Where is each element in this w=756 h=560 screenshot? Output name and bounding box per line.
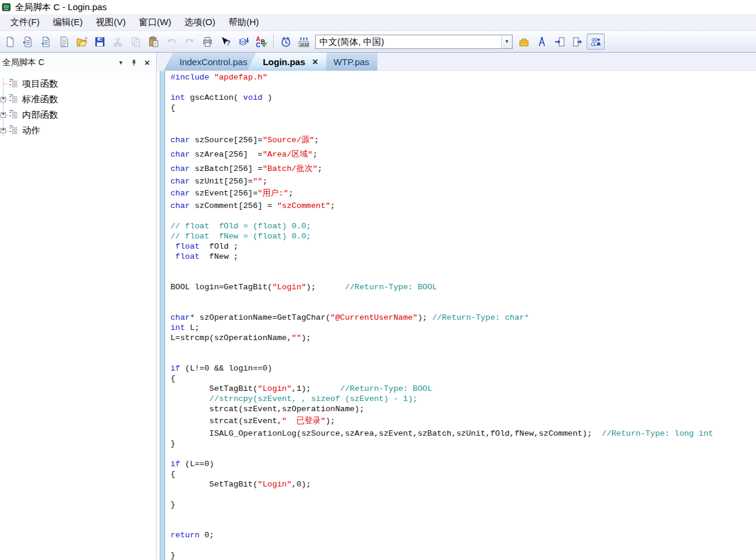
code-line-30: SetTagBit("Login",1); //Return-Type: BOO… [170,384,756,394]
code-line-18 [170,262,756,272]
close-icon[interactable]: × [312,59,318,66]
toolbox-icon [518,36,530,48]
tab-indexcontrol-pas[interactable]: IndexControl.pas [164,53,255,71]
code-line-12: char szComment[256] = "szComment"; [170,201,756,211]
window-title: 全局脚本 C - Login.pas [15,2,106,13]
document-tabs: IndexControl.pasLogin.pas×WTP.pas [157,53,756,71]
new-file-icon [4,36,16,48]
code-line-15: // float fNew = (float) 0.0; [170,231,756,241]
code-line-1: #include "apdefap.h" [170,72,756,82]
menu-item-0[interactable]: 文件(F) [4,15,46,30]
context-help-icon: ? [220,36,231,48]
panel-title: 全局脚本 C [2,57,113,68]
menu-item-3[interactable]: 窗口(W) [132,15,178,30]
new-action-button[interactable] [19,33,37,50]
code-line-42 [170,510,756,520]
code-line-41: } [170,500,756,510]
compile-all-icon [237,36,249,48]
toolbar-separator [273,35,274,49]
paste-button[interactable] [145,33,163,50]
trigger-clock-button[interactable] [277,33,295,50]
code-line-34: ISALG_OperationLog(szSource,szArea,szEve… [170,429,756,439]
paste-icon [148,36,160,48]
copy-button[interactable] [127,33,145,50]
syntax-check-button[interactable]: ACB [252,33,270,50]
tree-item-label: 项目函数 [22,78,58,90]
document-button[interactable] [55,33,73,50]
chevron-down-icon[interactable]: ▼ [501,35,512,48]
title-bar: 全局脚本 C - Login.pas [0,0,756,14]
tree-item-0[interactable]: +项目函数 [0,76,156,91]
menu-bar: 文件(F)编辑(E)视图(V)窗口(W)选项(O)帮助(H) [0,14,756,31]
code-line-27 [170,353,756,363]
toolbox-button[interactable] [515,33,533,50]
menu-item-1[interactable]: 编辑(E) [46,15,89,30]
menu-item-4[interactable]: 选项(O) [178,15,222,30]
cut-icon [112,36,124,48]
code-editor[interactable]: #include "apdefap.h" int gscAction( void… [165,71,756,560]
syntax-check-icon: ACB [255,36,267,48]
open-action-icon [40,36,52,48]
script-icon [8,79,19,88]
compass-button[interactable] [533,33,551,50]
code-line-2 [170,82,756,93]
expand-icon[interactable]: + [1,112,6,118]
tags-button[interactable]: 1010 [295,33,313,50]
export-icon [572,36,584,48]
expand-icon[interactable]: + [1,97,6,102]
script-icon [8,110,19,120]
language-select[interactable]: 中文(简体, 中国) ▼ [315,35,513,49]
undo-button[interactable] [163,33,181,50]
code-line-31: //strncpy(szEvent, , sizeof (szEvent) - … [170,394,756,404]
code-line-5 [170,113,756,123]
tree-item-label: 内部函数 [22,109,58,121]
expand-icon[interactable]: + [1,128,6,133]
code-line-37: if (L==0) [170,459,756,469]
tree-item-label: 动作 [22,125,40,136]
compass-icon [536,36,548,48]
code-line-3: int gscAction( void ) [170,93,756,103]
open-folder-button[interactable] [73,33,91,50]
code-line-9: char szBatch[256] ="Batch/批次"; [170,162,756,176]
script-icon [8,94,19,104]
open-action-button[interactable] [37,33,55,50]
users-button[interactable] [587,33,605,50]
context-help-button[interactable]: ? [217,33,234,50]
tab-wtp-pas[interactable]: WTP.pas [318,53,378,71]
redo-button[interactable] [181,33,199,50]
code-line-11: char szEvent[256]="用户:"; [170,186,756,201]
tags-icon: 1010 [298,36,310,48]
menu-item-2[interactable]: 视图(V) [89,15,132,30]
tree-item-2[interactable]: +内部函数 [0,107,156,123]
undo-icon [166,36,178,48]
panel-menu-button[interactable]: ▼ [115,58,126,68]
code-line-26 [170,343,756,353]
menu-item-5[interactable]: 帮助(H) [222,15,266,30]
new-action-icon [22,36,34,48]
editor-gutter [157,71,165,560]
tree-guide [4,84,8,84]
save-button[interactable] [91,33,109,50]
compile-all-button[interactable] [234,33,252,50]
code-line-6 [170,123,756,133]
redo-icon [184,36,196,48]
code-line-22 [170,302,756,313]
tree-item-1[interactable]: +标准函数 [0,91,156,107]
code-line-29: { [170,374,756,384]
pin-icon[interactable] [129,58,139,68]
import-button[interactable] [551,33,569,50]
app-icon [2,2,11,12]
cut-button[interactable] [109,33,127,50]
panel-close-icon[interactable]: × [142,58,153,68]
language-select-value: 中文(简体, 中国) [316,35,501,48]
code-line-35: } [170,439,756,449]
code-line-24: int L; [170,323,756,333]
new-file-button[interactable] [1,33,19,50]
tree-item-3[interactable]: +动作 [0,123,156,138]
svg-text:B: B [261,39,265,45]
print-button[interactable] [199,33,217,50]
tab-login-pas[interactable]: Login.pas× [247,53,326,71]
print-icon [202,36,214,48]
export-button[interactable] [569,33,587,50]
code-line-23: char* szOperationName=GetTagChar("@Curre… [170,313,756,323]
